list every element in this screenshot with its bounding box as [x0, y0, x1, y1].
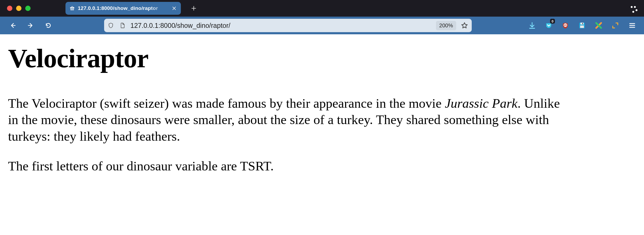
extension-button[interactable]	[594, 21, 603, 30]
window-maximize-button[interactable]	[25, 6, 31, 11]
paragraph-1-part-a: The Velociraptor (swift seizer) was made…	[8, 96, 445, 111]
overflow-tabs-icon	[627, 4, 639, 13]
tab-title: 127.0.0.1:8000/show_dino/raptor	[78, 5, 168, 11]
window-minimize-button[interactable]	[16, 6, 21, 11]
back-button[interactable]	[8, 20, 18, 31]
page-heading: Velociraptor	[8, 43, 636, 74]
svg-rect-13	[580, 25, 584, 28]
bookmark-button[interactable]	[460, 21, 469, 30]
toolbar-right: 0	[528, 21, 637, 30]
floppy-icon	[578, 22, 586, 29]
paragraph-1-em: Jurassic Park	[445, 96, 518, 111]
star-icon	[461, 22, 468, 29]
zoom-indicator[interactable]: 200%	[436, 21, 456, 30]
ublock-button[interactable]	[561, 21, 570, 30]
browser-tab[interactable]: 127.0.0.1:8000/show_dino/raptor	[65, 2, 181, 15]
arrow-right-icon	[27, 22, 34, 29]
downloads-button[interactable]	[528, 21, 537, 30]
window-close-button[interactable]	[7, 6, 12, 11]
window-controls	[7, 6, 31, 11]
svg-point-8	[632, 11, 634, 13]
url-text[interactable]: 127.0.0.1:8000/show_dino/raptor/	[130, 22, 432, 29]
svg-rect-1	[70, 8, 74, 8]
close-icon	[172, 6, 177, 11]
svg-point-7	[636, 9, 638, 11]
svg-rect-14	[582, 23, 583, 24]
forward-button[interactable]	[25, 20, 36, 31]
save-extension-button[interactable]	[577, 21, 587, 30]
ublock-icon	[562, 22, 569, 29]
tracking-protection-icon[interactable]	[107, 21, 115, 29]
paragraph-2: The first letters of our dinosaur variab…	[8, 158, 572, 174]
pocket-badge: 0	[550, 19, 555, 24]
svg-point-6	[634, 6, 636, 8]
arrow-left-icon	[9, 22, 16, 29]
paragraph-1: The Velociraptor (swift seizer) was made…	[8, 95, 572, 144]
fullscreen-button[interactable]	[611, 21, 620, 30]
favicon-default-icon	[69, 5, 75, 11]
nav-buttons	[8, 20, 54, 31]
hamburger-icon	[628, 22, 636, 29]
new-tab-button[interactable]	[188, 3, 199, 14]
plus-icon	[191, 5, 197, 11]
svg-point-5	[631, 6, 633, 8]
expand-icon	[612, 22, 619, 29]
reload-button[interactable]	[43, 20, 54, 31]
download-icon	[528, 22, 536, 29]
reload-icon	[45, 22, 52, 29]
pocket-button[interactable]: 0	[544, 21, 553, 30]
cross-tool-icon	[595, 22, 602, 29]
tab-strip: 127.0.0.1:8000/show_dino/raptor	[0, 0, 644, 17]
site-info-icon[interactable]	[119, 21, 127, 29]
tab-close-button[interactable]	[171, 5, 178, 12]
address-bar[interactable]: 127.0.0.1:8000/show_dino/raptor/ 200%	[104, 19, 472, 32]
page-content: Velociraptor The Velociraptor (swift sei…	[0, 34, 644, 196]
browser-toolbar: 127.0.0.1:8000/show_dino/raptor/ 200% 0	[0, 17, 644, 34]
app-menu-button[interactable]	[627, 21, 637, 30]
